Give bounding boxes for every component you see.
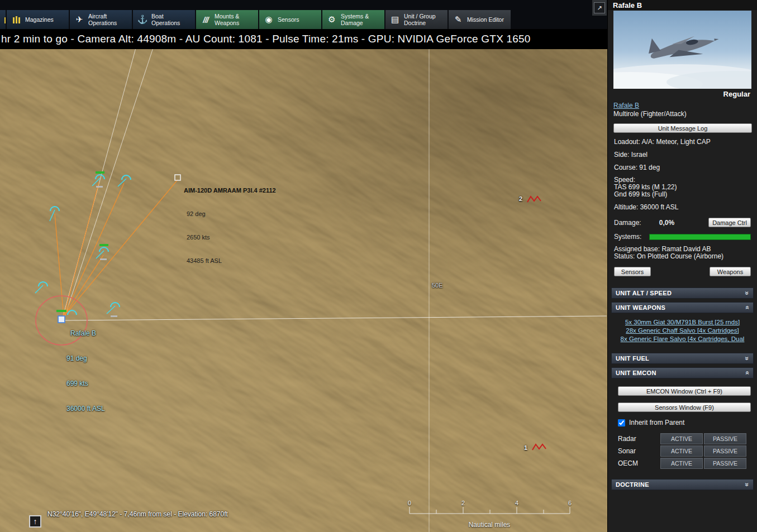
tab-mission-editor[interactable]: ✎ Mission Editor	[449, 10, 511, 29]
proficiency-label: Regular	[608, 89, 757, 98]
inherit-from-parent-label: Inherit from Parent	[629, 419, 684, 426]
plotted-course-line	[65, 316, 607, 320]
status-text: hr 2 min to go - Camera Alt: 44908m - AU…	[1, 33, 531, 45]
damage-label: Damage:	[614, 219, 641, 227]
air-contact-symbol[interactable]	[118, 175, 131, 186]
jump-to-unit-button[interactable]: ↑	[29, 515, 41, 528]
missile-symbol[interactable]	[175, 175, 180, 180]
unit-name-link[interactable]: Rafale B	[613, 102, 639, 109]
simulation-status-bar: hr 2 min to go - Camera Alt: 44908m - AU…	[0, 29, 608, 49]
weapon-link[interactable]: 8x Generic Flare Salvo [4x Cartridges, D…	[617, 336, 748, 342]
tab-sensors[interactable]: ◉ Sensors	[259, 10, 321, 29]
collapse-panel-button[interactable]: ↗	[594, 2, 605, 13]
altitude-line: Altitude: 36000 ft ASL	[608, 203, 757, 211]
air-contact-symbol[interactable]	[107, 303, 120, 314]
collapsible-sections: UNIT ALT / SPEED » UNIT WEAPONS » 5x 30m…	[611, 276, 754, 490]
section-unit-weapons[interactable]: UNIT WEAPONS »	[611, 302, 754, 313]
missile-speed: 2650 kts	[184, 233, 276, 241]
tab-label: Aircraft Operations	[88, 13, 128, 26]
oecm-passive-button[interactable]: PASSIVE	[704, 458, 746, 469]
sensors-icon: ◉	[263, 15, 274, 25]
chevron-up-icon: »	[744, 371, 751, 375]
emcon-row-label: Radar	[618, 435, 660, 443]
tab-label: Sensors	[278, 16, 317, 23]
scale-tick-label: 4	[513, 500, 520, 506]
cursor-info-block: N32°40'16", E49°48'12" - 7,46nm from sel…	[47, 491, 254, 532]
weapons-button[interactable]: Weapons	[710, 267, 751, 276]
threat-marker-label: 1	[524, 444, 527, 452]
doctrine-icon: ▤	[389, 15, 401, 25]
missile-altitude: 43485 ft ASL	[184, 257, 276, 265]
aircraft-icon: ✈	[74, 15, 85, 25]
unit-status-line: Status: On Plotted Course (Airborne)	[608, 253, 757, 260]
weapon-link[interactable]: 28x Generic Chaff Salvo [4x Cartridges]	[617, 327, 748, 334]
side-line: Side: Israel	[608, 151, 757, 159]
tab-magazines[interactable]: Magazines	[7, 10, 69, 29]
loadout-line: Loadout: A/A: Meteor, Light CAP	[608, 138, 757, 146]
boat-icon: ⚓	[137, 15, 148, 25]
emcon-row-radar: Radar ACTIVE PASSIVE	[618, 433, 754, 444]
section-title: DOCTRINE	[616, 481, 649, 488]
emcon-grid: Radar ACTIVE PASSIVE Sonar ACTIVE PASSIV…	[618, 433, 754, 469]
panel-title: Rafale B	[608, 0, 757, 10]
sonar-active-button[interactable]: ACTIVE	[660, 445, 703, 457]
tab-boat-operations[interactable]: ⚓ Boat Operations	[133, 10, 195, 29]
missile-name: AIM-120D AMRAAM P3I.4 #2112	[184, 186, 276, 194]
rafale-photo-art	[613, 11, 751, 89]
tab-label: Magazines	[25, 16, 65, 23]
missile-course: 92 deg	[184, 210, 276, 218]
tab-partial[interactable]	[0, 10, 6, 29]
selected-unit-symbol[interactable]	[56, 310, 66, 323]
section-unit-alt-speed[interactable]: UNIT ALT / SPEED »	[611, 287, 754, 299]
up-arrow-icon: ↑	[34, 517, 37, 526]
sensors-weapons-row: Sensors Weapons	[608, 267, 757, 276]
scale-bar	[410, 507, 570, 514]
air-contact-symbol[interactable]	[35, 282, 47, 293]
radar-active-button[interactable]: ACTIVE	[660, 433, 703, 444]
sonar-passive-button[interactable]: PASSIVE	[704, 445, 746, 457]
threat-markers	[527, 196, 546, 450]
collapse-arrow-icon: ↗	[597, 4, 602, 12]
sensors-window-button[interactable]: Sensors Window (F9)	[618, 402, 751, 412]
inherit-from-parent-checkbox[interactable]	[618, 419, 625, 426]
tab-aircraft-operations[interactable]: ✈ Aircraft Operations	[70, 10, 132, 29]
scale-unit-label: Nautical miles	[461, 521, 517, 529]
tab-unit-group-doctrine[interactable]: ▤ Unit / Group Doctrine	[385, 10, 447, 29]
systems-label: Systems:	[614, 233, 641, 241]
chevron-up-icon: »	[744, 306, 751, 310]
section-unit-emcon[interactable]: UNIT EMCON »	[611, 367, 754, 378]
section-doctrine[interactable]: DOCTRINE »	[611, 479, 754, 490]
unit-type-label: Multirole (Fighter/Attack)	[608, 109, 757, 118]
mission-editor-icon: ✎	[453, 15, 464, 25]
tactical-map[interactable]: 50E Rafale B 91 deg 699 kts 36000 ft ASL…	[0, 0, 607, 532]
tab-mounts-weapons[interactable]: /// Mounts & Weapons	[196, 10, 258, 29]
systems-row: Systems:	[608, 233, 757, 241]
radar-passive-button[interactable]: PASSIVE	[704, 433, 746, 444]
scale-tick-label: 0	[406, 500, 413, 506]
engagement-lines	[55, 180, 178, 317]
tab-label: Mission Editor	[467, 16, 507, 23]
damage-ctrl-button[interactable]: Damage Ctrl	[708, 218, 751, 227]
section-unit-fuel[interactable]: UNIT FUEL »	[611, 353, 754, 364]
sensors-button[interactable]: Sensors	[614, 267, 651, 276]
inherit-from-parent-row: Inherit from Parent	[618, 419, 747, 426]
unit-message-log-button[interactable]: Unit Message Log	[613, 123, 752, 133]
air-contact-symbol[interactable]	[50, 207, 59, 221]
section-title: UNIT WEAPONS	[616, 304, 665, 311]
emcon-row-label: Sonar	[618, 447, 660, 455]
tab-systems-damage[interactable]: ⚙ Systems & Damage	[322, 10, 384, 29]
unit-speed: 699 kts	[66, 380, 105, 388]
emcon-window-button[interactable]: EMCON Window (Ctrl + F9)	[618, 386, 751, 396]
threat-marker[interactable]	[527, 196, 541, 202]
weapon-link[interactable]: 5x 30mm Giat 30/M791B Burst [25 rnds]	[617, 319, 748, 325]
damage-value: 0,0%	[659, 219, 674, 227]
damage-row: Damage: 0,0% Damage Ctrl	[608, 218, 757, 227]
map-overlay	[0, 0, 607, 532]
top-toolbar: Magazines ✈ Aircraft Operations ⚓ Boat O…	[0, 0, 607, 29]
meridian-label: 50E	[432, 281, 443, 290]
scale-tick-label: 6	[566, 500, 573, 506]
oecm-active-button[interactable]: ACTIVE	[660, 458, 703, 469]
partial-icon	[1, 16, 6, 23]
threat-marker[interactable]	[532, 444, 546, 450]
section-title: UNIT EMCON	[616, 370, 656, 376]
